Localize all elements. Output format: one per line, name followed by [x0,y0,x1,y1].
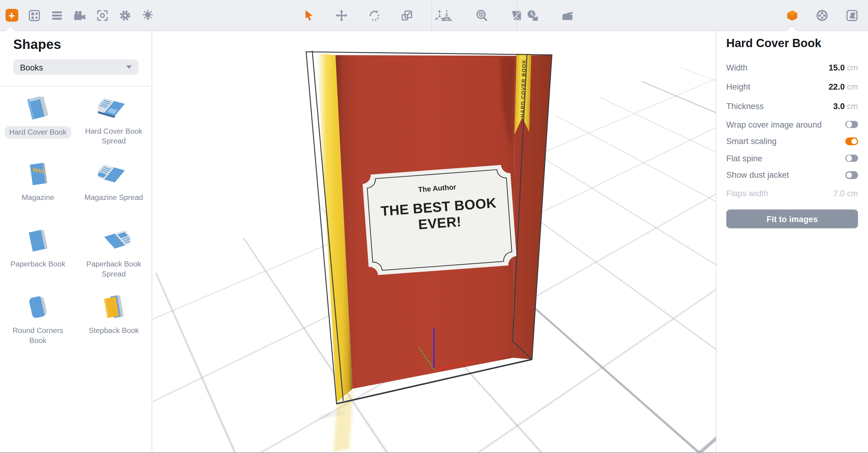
toggle-wrap-cover: Wrap cover image around [726,116,858,133]
field-label: Thickness [726,102,764,111]
toggle-knob [846,172,852,178]
hard-cover-book-icon [22,93,54,124]
shape-item-label: Paperback Book Spread [80,259,148,279]
drop-to-floor-icon [440,8,454,22]
shape-item-label: Round Corners Book [4,326,72,345]
shapes-panel-title: Shapes [13,36,138,52]
paperback-book-icon [22,226,54,257]
materials-button[interactable] [815,8,829,22]
field-value-disabled: 7.0cm [833,188,858,198]
window-bottom-border [0,452,868,453]
rotate-icon [368,8,381,22]
fit-to-images-button[interactable]: Fit to images [726,209,858,228]
book-reflection [333,390,353,451]
animation-time-button[interactable] [525,8,539,22]
cube-icon [785,8,799,22]
smart-scaling-toggle[interactable] [845,137,858,145]
shape-item-label: Hard Cover Book [4,126,72,138]
camera-button[interactable] [72,8,87,22]
toolbar-divider [517,0,517,30]
shape-properties-button[interactable] [785,8,799,22]
app-window: + [0,0,868,453]
shape-item-hard-cover-book-spread[interactable]: Hard Cover Book Spread [76,92,152,159]
field-thickness: Thickness 3.0cm [726,96,858,116]
ribbon-text: HARD COVER BOOK [520,59,527,118]
field-width: Width 15.0cm [726,58,858,77]
decal-icon [845,8,859,22]
scale-tool-button[interactable] [400,8,414,22]
lamp-icon [141,8,154,22]
rotate-tool-button[interactable] [367,8,381,22]
move-tool-button[interactable] [335,8,349,22]
flat-spine-toggle[interactable] [845,154,858,162]
shape-thumbnails-button[interactable] [27,8,41,22]
category-dropdown[interactable]: Books [13,59,138,75]
toolbar-group-panels [785,0,868,30]
field-flaps-width: Flaps width 7.0cm [726,183,858,203]
shape-item-paperback-book-spread[interactable]: Paperback Book Spread [76,225,152,292]
shape-item-paperback-book[interactable]: Paperback Book [0,225,76,292]
category-dropdown-value: Books [20,62,43,72]
stepback-book-icon [98,292,130,323]
shape-item-label: Hard Cover Book Spread [80,126,148,146]
move-icon [335,8,348,22]
field-height: Height 22.0cm [726,77,858,96]
magnifier-cube-icon [475,8,488,22]
toggle-flat-spine: Flat spine [726,149,858,167]
snapshot-icon [96,8,109,22]
cursor-icon [302,8,316,22]
field-label: Flaps width [726,188,768,198]
decals-button[interactable] [845,8,859,22]
dust-jacket-toggle[interactable] [845,171,858,179]
field-value[interactable]: 15.0cm [829,63,858,72]
shape-item-magazine-spread[interactable]: Magazine Spread [76,159,152,225]
shape-item-hard-cover-book[interactable]: Hard Cover Book [0,92,76,159]
clapperboard-icon [561,8,574,22]
cover-author: The Author [418,182,457,194]
shapes-panel-header: Shapes Books [0,31,152,86]
field-value[interactable]: 22.0cm [829,82,858,91]
toolbar-group-left: + [5,0,155,30]
preview-button[interactable] [474,8,489,22]
toggle-knob [846,155,852,161]
toolbar-group-transform [302,0,447,30]
field-value[interactable]: 3.0cm [833,102,858,111]
toolbar-divider [431,0,432,30]
toggle-knob [846,121,852,127]
wrap-cover-toggle[interactable] [845,121,858,128]
properties-title: Hard Cover Book [726,36,858,50]
drop-to-floor-button[interactable] [439,8,454,22]
shape-item-magazine[interactable]: MAG Magazine [0,159,76,225]
toolbar-group-scene [439,0,524,30]
cover-title: THE BEST BOOK EVER! [364,194,514,236]
magazine-spread-icon [98,160,130,191]
hard-cover-book-spread-icon [98,93,130,124]
shape-item-label: Paperback Book [11,259,66,269]
settings-button[interactable] [118,8,132,22]
magazine-icon: MAG [22,160,54,191]
toggle-smart-scaling: Smart scaling [726,133,858,150]
toggle-knob [851,138,857,144]
lighting-button[interactable] [141,8,155,22]
shape-item-label: Magazine Spread [84,193,143,203]
list-icon [51,8,64,22]
shape-item-stepback-book[interactable]: Stepback Book [76,291,152,358]
toggle-label: Wrap cover image around [726,120,822,129]
shape-item-label: Magazine [22,193,54,203]
main-toolbar: + [0,0,868,31]
toggle-label: Show dust jacket [726,170,789,179]
properties-panel: Hard Cover Book Width 15.0cm Height 22.0… [716,31,868,452]
viewport-3d[interactable]: HARD COVER BOOK The Author THE BEST BOOK… [153,31,716,452]
plus-icon: + [5,9,18,22]
plaque-text: The Author THE BEST BOOK EVER! [362,164,517,276]
add-shape-button[interactable]: + [5,8,19,22]
snapshot-button[interactable] [95,8,110,22]
shape-item-round-corners-book[interactable]: Round Corners Book [0,291,76,358]
shape-list-button[interactable] [50,8,64,22]
select-tool-button[interactable] [302,8,316,22]
cover-plaque: The Author THE BEST BOOK EVER! [362,164,517,276]
shapes-panel: Shapes Books Hard Cover Book Hard Cover … [0,31,152,452]
animation-clapper-button[interactable] [560,8,575,22]
gear-icon [118,8,132,22]
clock-clapper-icon [526,8,539,22]
